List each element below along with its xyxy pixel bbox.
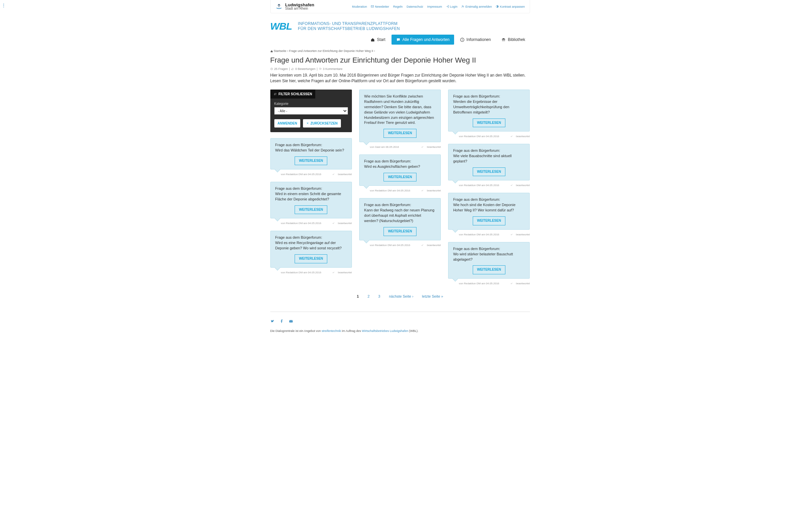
read-more-button[interactable]: WEITERLESEN	[473, 168, 506, 176]
filter-panel: FILTER SCHLIESSEN Kategorie - Alle - ANW…	[270, 90, 352, 132]
city-logo-icon	[275, 3, 283, 10]
facebook-icon	[280, 319, 284, 323]
speech-bubble-icon	[396, 38, 400, 42]
pager-next[interactable]: nächste Seite ›	[389, 294, 413, 298]
home-icon	[370, 38, 375, 42]
filter-category-select[interactable]: - Alle -	[274, 107, 348, 115]
read-more-button[interactable]: WEITERLESEN	[473, 118, 506, 128]
question-text: Frage aus dem Bürgerforum: Werden die Er…	[453, 94, 525, 115]
question-text: Frage aus dem Bürgerforum: Wo wird stärk…	[453, 246, 525, 262]
nav-impressum[interactable]: Impressum	[427, 5, 442, 8]
card-meta: von Redaktion DM am 04.05.2016beantworte…	[270, 218, 352, 225]
mail-icon	[289, 319, 293, 323]
footer-link-wbl[interactable]: Wirtschaftsbetriebes Ludwigshafen	[362, 329, 408, 332]
question-text: Frage aus dem Bürgerforum: Wird es Ausgl…	[364, 159, 436, 169]
question-card: Frage aus dem Bürgerforum: Wo wird stärk…	[448, 242, 530, 285]
top-bar: Ludwigshafen Stadt am Rhein Moderation N…	[270, 0, 530, 13]
filter-toggle[interactable]: FILTER SCHLIESSEN	[270, 90, 316, 98]
read-more-button[interactable]: WEITERLESEN	[294, 254, 327, 263]
nav-register[interactable]: Erstmalig anmelden	[461, 5, 492, 8]
question-card: Frage aus dem Bürgerforum: Wie hoch sind…	[448, 193, 530, 236]
pager-page-1: 1	[357, 294, 359, 298]
check-icon	[510, 135, 513, 137]
question-text: Frage aus dem Bürgerforum: Wird in einem…	[275, 186, 347, 202]
read-more-button[interactable]: WEITERLESEN	[473, 265, 506, 274]
nav-informationen[interactable]: Informationen	[455, 35, 495, 44]
question-text: Frage aus dem Bürgerforum: Wie viele Bau…	[453, 148, 525, 164]
check-icon	[510, 282, 513, 285]
nav-bibliothek[interactable]: Bibliothek	[497, 35, 530, 44]
nav-all-qa[interactable]: Alle Fragen und Antworten	[392, 35, 454, 44]
card-meta: von Redaktion DM am 04.05.2016beantworte…	[359, 240, 441, 247]
check-icon	[421, 146, 423, 148]
user-plus-icon	[461, 5, 464, 8]
card-meta: von Redaktion DM am 04.05.2016beantworte…	[448, 180, 530, 187]
wbl-logo: WBL	[270, 21, 292, 32]
pagination: 1 2 3 nächste Seite › letzte Seite »	[270, 285, 530, 311]
pager-last[interactable]: letzte Seite »	[422, 294, 443, 298]
mail-icon	[371, 5, 374, 8]
footer-text: Die Dialogzentrale ist ein Angebot von s…	[270, 329, 530, 343]
sidebar-handle-icon[interactable]: ⋮	[1, 3, 6, 8]
footer-divider	[270, 311, 530, 312]
brand-subtitle: Stadt am Rhein	[285, 7, 314, 10]
check-icon	[510, 184, 513, 186]
svg-point-0	[462, 6, 463, 7]
read-more-button[interactable]: WEITERLESEN	[473, 216, 506, 225]
card-meta: von Redaktion DM am 04.05.2016beantworte…	[448, 279, 530, 285]
intro-text: Hier konnten vom 19. April bis zum 10. M…	[270, 73, 530, 90]
card-meta: von Redaktion DM am 04.05.2016beantworte…	[270, 268, 352, 274]
wbl-header: WBL INFORMATIONS- UND TRANSPARENZPLATTFO…	[270, 13, 530, 35]
breadcrumb-current[interactable]: Frage und Antworten zur Einrichtung der …	[289, 49, 373, 53]
question-card: Frage aus dem Bürgerforum: Wird es Ausgl…	[359, 154, 441, 192]
info-icon	[460, 38, 464, 42]
read-more-button[interactable]: WEITERLESEN	[383, 227, 416, 236]
filter-reset-button[interactable]: ZURÜCKSETZEN	[303, 119, 341, 128]
check-icon	[421, 244, 423, 246]
question-card: Wie möchten Sie Konflikte zwischen Radfa…	[359, 90, 441, 149]
question-text: Frage aus dem Bürgerforum: Wird es eine …	[275, 235, 347, 251]
nav-newsletter[interactable]: Newsletter	[371, 5, 389, 8]
top-nav: Moderation Newsletter Regeln Datenschutz…	[352, 5, 525, 8]
login-icon	[446, 5, 449, 8]
question-card: Frage aus dem Bürgerforum: Werden die Er…	[448, 90, 530, 138]
site-brand[interactable]: Ludwigshafen Stadt am Rhein	[275, 3, 314, 10]
sort-icon	[274, 93, 277, 96]
card-meta: von Redaktion DM am 04.05.2016beantworte…	[359, 186, 441, 192]
read-more-button[interactable]: WEITERLESEN	[383, 173, 416, 182]
library-icon	[501, 38, 506, 42]
pager-page-3[interactable]: 3	[378, 294, 380, 298]
card-meta: von Gast am 06.05.2016beantwortet	[359, 142, 441, 149]
check-icon	[332, 222, 335, 224]
nav-rules[interactable]: Regeln	[393, 5, 403, 8]
nav-moderation[interactable]: Moderation	[352, 5, 367, 8]
question-text: Frage aus dem Bürgerforum: Kann der Radw…	[364, 203, 436, 224]
filter-apply-button[interactable]: ANWENDEN	[274, 119, 301, 128]
check-icon	[510, 233, 513, 236]
read-more-button[interactable]: WEITERLESEN	[294, 205, 327, 214]
filter-category-label: Kategorie	[274, 102, 348, 106]
social-twitter[interactable]	[270, 319, 274, 325]
check-icon	[332, 271, 335, 274]
read-more-button[interactable]: WEITERLESEN	[383, 129, 416, 138]
home-icon	[270, 50, 273, 53]
question-card: Frage aus dem Bürgerforum: Wird das Wäld…	[270, 138, 352, 176]
question-card: Frage aus dem Bürgerforum: Wird in einem…	[270, 182, 352, 225]
thumbs-up-icon	[291, 68, 294, 70]
check-icon	[332, 173, 335, 175]
read-more-button[interactable]: WEITERLESEN	[294, 156, 327, 166]
nav-privacy[interactable]: Datenschutz	[406, 5, 423, 8]
page-title: Frage und Antworten zur Einrichtung der …	[270, 54, 530, 67]
nav-start[interactable]: Start	[366, 35, 390, 44]
breadcrumb-home[interactable]: Startseite	[274, 49, 286, 53]
nav-contrast[interactable]: Kontrast anpassen	[496, 5, 525, 8]
card-meta: von Redaktion DM am 04.05.2016beantworte…	[270, 169, 352, 176]
pager-page-2[interactable]: 2	[367, 294, 369, 298]
question-text: Frage aus dem Bürgerforum: Wird das Wäld…	[275, 142, 347, 153]
contrast-icon	[496, 5, 499, 8]
social-facebook[interactable]	[280, 319, 284, 325]
nav-login[interactable]: Login	[446, 5, 457, 8]
social-mail[interactable]	[289, 319, 293, 325]
footer-link-streifentechnik[interactable]: streifentechnik	[322, 329, 341, 332]
wbl-tagline: INFORMATIONS- UND TRANSPARENZPLATTFORM F…	[298, 21, 400, 31]
